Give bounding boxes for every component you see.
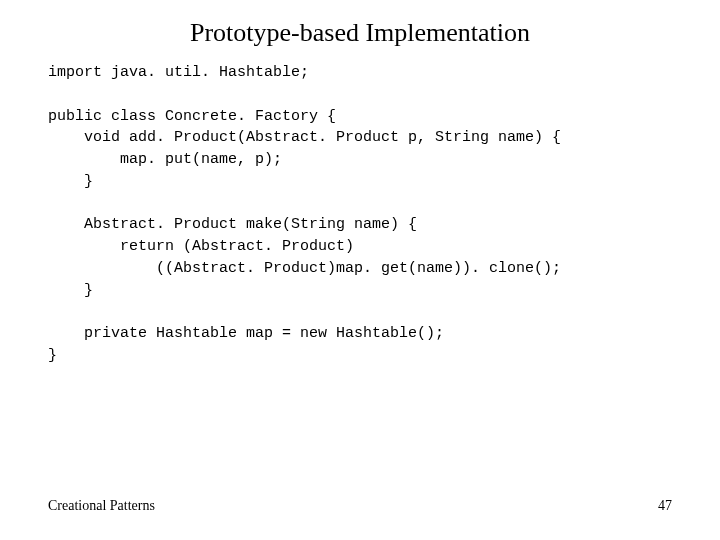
code-block: import java. util. Hashtable; public cla… bbox=[0, 62, 720, 367]
page-title: Prototype-based Implementation bbox=[0, 0, 720, 62]
page-number: 47 bbox=[658, 498, 672, 514]
footer-left: Creational Patterns bbox=[48, 498, 155, 514]
